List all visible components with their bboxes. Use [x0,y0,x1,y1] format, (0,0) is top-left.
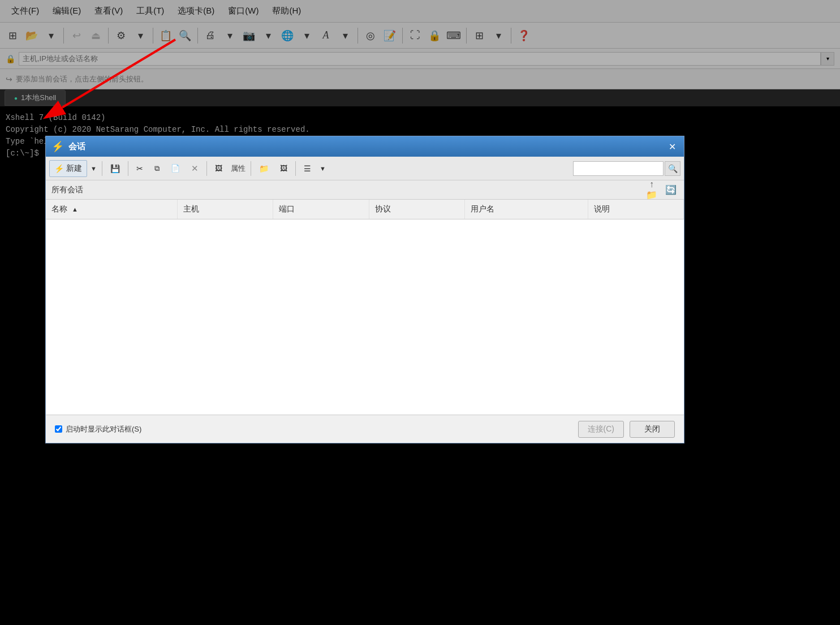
folder-path: 所有会话 [51,185,640,195]
search-btn[interactable]: 🔍 [665,161,680,176]
new-dropdown-btn[interactable]: ▼ [88,160,99,177]
paste-icon: 📄 [171,164,180,173]
delete-btn[interactable]: ✕ [186,160,204,177]
col-name[interactable]: 名称 ▲ [46,200,177,219]
startup-checkbox[interactable] [55,425,62,433]
startup-checkbox-text: 启动时显示此对话框(S) [66,424,141,434]
connect-btn[interactable]: 连接(C) [578,421,624,438]
view-image-icon: 🖼 [215,164,222,173]
folder-icon: 📁 [259,164,269,173]
copy-btn[interactable]: ⧉ [149,160,165,177]
search-input[interactable] [573,161,664,176]
new-label: 新建 [66,163,82,174]
folder-action-1[interactable]: ↑📁 [644,183,659,197]
dlg-toolbar-sep-4 [251,161,251,176]
paste-btn[interactable]: 📄 [166,160,185,177]
session-table-area[interactable]: 名称 ▲ 主机 端口 协议 用户名 [46,200,684,415]
dlg-toolbar-sep-3 [206,161,207,176]
sort-arrow-name: ▲ [72,206,78,213]
search-icon: 🔍 [668,164,678,173]
dialog-close-btn[interactable]: ✕ [666,140,678,153]
cut-icon: ✂ [136,164,143,173]
view-list-icon: ☰ [304,164,311,173]
col-port[interactable]: 端口 [273,200,369,219]
dialog-title-icon: ⚡ [51,140,64,153]
dialog-folderbar: 所有会话 ↑📁 🔄 [46,180,684,200]
thumbnail-btn[interactable]: 🖼 [275,160,292,177]
delete-icon: ✕ [191,163,199,174]
open-folder-btn[interactable]: 📁 [254,160,274,177]
col-description[interactable]: 说明 [588,200,683,219]
col-host[interactable]: 主机 [177,200,273,219]
dialog-title-text: 会话 [68,141,666,152]
new-session-btn[interactable]: ⚡ 新建 [49,160,87,177]
dlg-toolbar-sep-2 [128,161,128,176]
session-table: 名称 ▲ 主机 端口 协议 用户名 [46,200,684,219]
save-icon: 💾 [110,164,120,173]
dlg-toolbar-sep-5 [295,161,296,176]
new-icon: ⚡ [54,164,64,173]
save-btn[interactable]: 💾 [105,160,125,177]
view-image-btn[interactable]: 🖼 [210,160,227,177]
thumbnail-icon: 🖼 [280,164,287,173]
close-dialog-btn[interactable]: 关闭 [630,421,675,438]
view-list-btn[interactable]: ☰ [299,160,316,177]
session-dialog: ⚡ 会话 ✕ ⚡ 新建 ▼ 💾 ✂ ⧉ 📄 ✕ 🖼 属性 [45,136,684,443]
copy-icon: ⧉ [154,164,160,173]
properties-label: 属性 [229,163,248,174]
folder-action-2[interactable]: 🔄 [664,183,678,197]
col-protocol[interactable]: 协议 [369,200,464,219]
dlg-toolbar-sep-1 [102,161,102,176]
col-username[interactable]: 用户名 [464,200,588,219]
dialog-toolbar: ⚡ 新建 ▼ 💾 ✂ ⧉ 📄 ✕ 🖼 属性 📁 🖼 [46,157,684,180]
view-dropdown-btn[interactable]: ▼ [317,160,328,177]
dialog-footer: 启动时显示此对话框(S) 连接(C) 关闭 [46,415,684,443]
startup-checkbox-label[interactable]: 启动时显示此对话框(S) [55,424,572,434]
dialog-titlebar: ⚡ 会话 ✕ [46,136,684,157]
cut-btn[interactable]: ✂ [131,160,148,177]
